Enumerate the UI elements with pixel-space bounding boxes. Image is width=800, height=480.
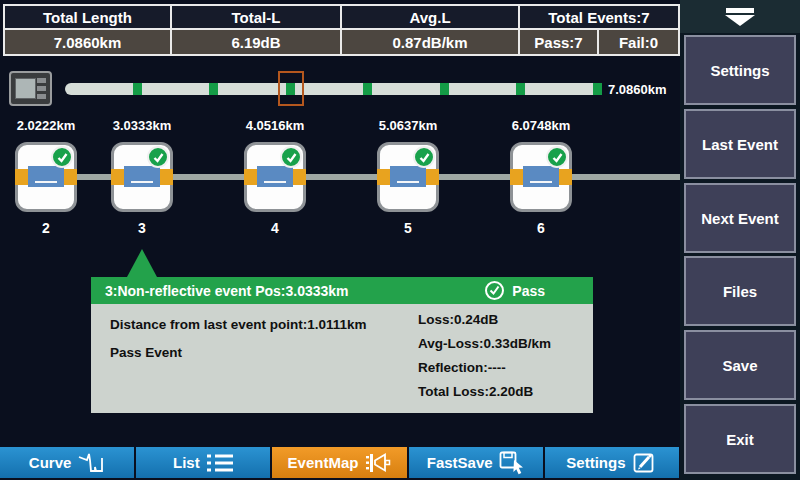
bottom-tab-bar: Curve List EventMap bbox=[0, 447, 679, 478]
event-item-2[interactable]: 2.0222km 2 bbox=[0, 118, 98, 236]
connector-left bbox=[377, 169, 390, 185]
event-number-label: 4 bbox=[223, 220, 327, 236]
summary-table: Total Length Total-L Avg.L Total Events:… bbox=[3, 4, 680, 56]
chevron-down-icon bbox=[726, 8, 754, 13]
next-event-button[interactable]: Next Event bbox=[684, 183, 796, 253]
tab-list[interactable]: List bbox=[136, 447, 270, 478]
event-detail-title: 3:Non-reflective event Pos:3.0333km bbox=[105, 283, 349, 299]
pass-check-icon bbox=[413, 146, 435, 168]
avg-loss-header: Avg.L bbox=[340, 6, 518, 28]
pass-status-label: Pass bbox=[512, 283, 545, 299]
event-tick bbox=[516, 83, 525, 95]
event-tick bbox=[209, 83, 218, 95]
total-length-value: 7.0860km bbox=[5, 30, 170, 54]
distance-from-last-event: Distance from last event point:1.0111km bbox=[110, 317, 367, 332]
pass-count: Pass:7 bbox=[518, 30, 597, 54]
list-icon bbox=[206, 452, 234, 474]
connector-right bbox=[559, 169, 572, 185]
pass-check-icon bbox=[147, 146, 169, 168]
event-item-3[interactable]: 3.0333km 3 bbox=[90, 118, 194, 236]
event-tick bbox=[133, 83, 142, 95]
otdr-eventmap-screen: Total Length Total-L Avg.L Total Events:… bbox=[0, 0, 800, 480]
event-number-label: 6 bbox=[489, 220, 593, 236]
selected-event-pointer bbox=[127, 249, 157, 277]
otdr-device-screen bbox=[15, 78, 36, 99]
splice-block bbox=[523, 166, 559, 187]
splice-event-icon[interactable] bbox=[377, 142, 439, 212]
event-tick bbox=[593, 83, 602, 95]
tab-fastsave[interactable]: FastSave bbox=[409, 447, 543, 478]
connector-right bbox=[426, 169, 439, 185]
save-button[interactable]: Save bbox=[684, 330, 796, 400]
fiber-bar[interactable] bbox=[65, 83, 602, 95]
pass-check-icon bbox=[51, 146, 73, 168]
total-loss-header: Total-L bbox=[170, 6, 340, 28]
event-distance-label: 4.0516km bbox=[223, 118, 327, 136]
connector-right bbox=[64, 169, 77, 185]
event-distance-label: 3.0333km bbox=[90, 118, 194, 136]
connector-left bbox=[510, 169, 523, 185]
event-item-6[interactable]: 6.0748km 6 bbox=[489, 118, 593, 236]
event-tick bbox=[363, 83, 372, 95]
event-avg-loss: Avg-Loss:0.33dB/km bbox=[418, 332, 551, 356]
connector-left bbox=[244, 169, 257, 185]
curve-icon bbox=[77, 451, 105, 475]
event-result: Pass Event bbox=[110, 345, 367, 360]
settings-button[interactable]: Settings bbox=[684, 35, 796, 105]
event-number-label: 2 bbox=[0, 220, 98, 236]
event-item-5[interactable]: 5.0637km 5 bbox=[356, 118, 460, 236]
event-number-label: 3 bbox=[90, 220, 194, 236]
event-reflection: Reflection:---- bbox=[418, 356, 551, 380]
files-button[interactable]: Files bbox=[684, 256, 796, 326]
connector-right bbox=[293, 169, 306, 185]
tab-settings[interactable]: Settings bbox=[545, 447, 679, 478]
event-detail-header: 3:Non-reflective event Pos:3.0333km Pass bbox=[91, 277, 593, 304]
event-item-4[interactable]: 4.0516km 4 bbox=[223, 118, 327, 236]
last-event-button[interactable]: Last Event bbox=[684, 109, 796, 179]
splice-block bbox=[28, 166, 64, 187]
selected-event-box[interactable] bbox=[278, 71, 304, 106]
fiber-total-length-label: 7.0860km bbox=[608, 82, 667, 97]
fastsave-icon bbox=[499, 451, 525, 475]
splice-event-icon[interactable] bbox=[510, 142, 572, 212]
tab-eventmap[interactable]: EventMap bbox=[272, 447, 406, 478]
event-total-loss: Total Loss:2.20dB bbox=[418, 380, 551, 404]
event-tick bbox=[440, 83, 449, 95]
avg-loss-value: 0.87dB/km bbox=[340, 30, 518, 54]
splice-event-icon[interactable] bbox=[15, 142, 77, 212]
splice-block bbox=[124, 166, 160, 187]
event-number-label: 5 bbox=[356, 220, 460, 236]
collapse-sidebar-button[interactable] bbox=[680, 0, 800, 33]
connector-left bbox=[111, 169, 124, 185]
event-distance-label: 2.0222km bbox=[0, 118, 98, 136]
total-length-header: Total Length bbox=[5, 6, 170, 28]
summary-value-row: 7.0860km 6.19dB 0.87dB/km Pass:7 Fail:0 bbox=[5, 30, 678, 54]
event-detail-body: Distance from last event point:1.0111km … bbox=[91, 304, 593, 413]
otdr-device-icon bbox=[9, 71, 52, 106]
event-detail-panel: 3:Non-reflective event Pos:3.0333km Pass… bbox=[91, 277, 593, 413]
total-events-header: Total Events:7 bbox=[518, 6, 678, 28]
splice-block bbox=[390, 166, 426, 187]
event-distance-label: 6.0748km bbox=[489, 118, 593, 136]
pass-check-icon bbox=[280, 146, 302, 168]
summary-header-row: Total Length Total-L Avg.L Total Events:… bbox=[5, 6, 678, 30]
splice-event-icon[interactable] bbox=[244, 142, 306, 212]
pass-circle-check-icon bbox=[484, 280, 505, 301]
event-loss: Loss:0.24dB bbox=[418, 308, 551, 332]
sidebar: Settings Last Event Next Event Files Sav… bbox=[680, 0, 800, 480]
connector-left bbox=[15, 169, 28, 185]
tab-curve[interactable]: Curve bbox=[0, 447, 134, 478]
eventmap-icon bbox=[364, 451, 391, 475]
splice-event-icon[interactable] bbox=[111, 142, 173, 212]
connector-right bbox=[160, 169, 173, 185]
exit-button[interactable]: Exit bbox=[684, 404, 796, 474]
splice-block bbox=[257, 166, 293, 187]
pass-status: Pass bbox=[484, 280, 545, 301]
total-loss-value: 6.19dB bbox=[170, 30, 340, 54]
fail-count: Fail:0 bbox=[597, 30, 678, 54]
event-distance-label: 5.0637km bbox=[356, 118, 460, 136]
pass-check-icon bbox=[546, 146, 568, 168]
settings-icon bbox=[632, 451, 658, 475]
